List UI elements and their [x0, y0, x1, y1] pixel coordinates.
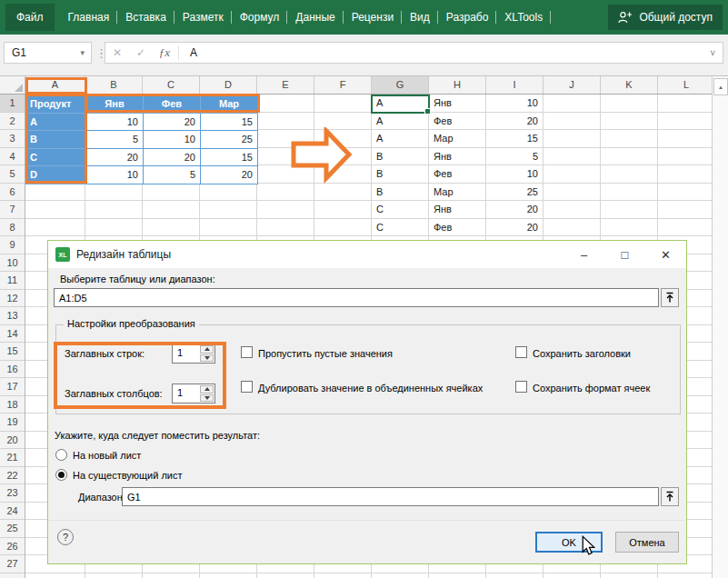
result-cell[interactable]: Фев — [429, 113, 486, 131]
checkbox-duplicate-merged[interactable] — [241, 381, 253, 393]
row-header-11[interactable]: 11 — [0, 272, 25, 290]
share-button[interactable]: Общий доступ — [608, 5, 723, 30]
row-header-19[interactable]: 19 — [0, 414, 25, 432]
column-header-B[interactable]: B — [85, 76, 143, 94]
result-cell[interactable]: Фев — [429, 219, 486, 237]
row-header-15[interactable]: 15 — [0, 343, 25, 361]
ribbon-tab-Разметк[interactable]: Разметк — [175, 0, 232, 35]
range-input[interactable]: A1:D5 — [54, 288, 659, 307]
ribbon-tab-Вставка[interactable]: Вставка — [117, 0, 175, 35]
checkbox-keep-headers[interactable] — [515, 346, 527, 358]
result-cell[interactable]: Фев — [429, 165, 486, 184]
minimize-button[interactable]: – — [563, 241, 604, 268]
row-header-6[interactable]: 6 — [0, 184, 25, 202]
column-header-F[interactable]: F — [314, 76, 372, 94]
checkbox-skip-empty[interactable] — [241, 346, 253, 358]
ribbon-tab-Вид[interactable]: Вид — [402, 0, 438, 35]
ribbon-tab-Рецензи[interactable]: Рецензи — [344, 0, 402, 35]
result-cell[interactable]: 20 — [486, 113, 544, 131]
column-header-H[interactable]: H — [429, 76, 486, 94]
formula-bar[interactable]: ✕ ✓ ƒx A ˅ — [105, 42, 723, 64]
ribbon-tab-Файл[interactable]: Файл — [5, 4, 55, 31]
help-button[interactable]: ? — [57, 529, 74, 545]
result-cell[interactable]: 10 — [486, 165, 544, 184]
dest-range-input[interactable]: G1 — [122, 487, 659, 506]
row-header-4[interactable]: 4 — [0, 148, 25, 166]
cancel-button[interactable]: Отмена — [615, 532, 679, 553]
row-header-21[interactable]: 21 — [0, 449, 25, 467]
source-cell[interactable]: 15 — [201, 114, 258, 132]
ribbon-tab-XLTools[interactable]: XLTools — [496, 0, 551, 35]
dialog-titlebar[interactable]: XL Редизайн таблицы – □ ✕ — [48, 241, 686, 268]
radio-existing-sheet[interactable] — [55, 469, 67, 481]
source-cell[interactable]: 20 — [201, 166, 258, 184]
ribbon-tab-Формул[interactable]: Формул — [232, 0, 288, 35]
result-cell[interactable]: 15 — [486, 130, 544, 148]
row-header-24[interactable]: 24 — [0, 503, 25, 521]
ribbon-tab-Данные[interactable]: Данные — [287, 0, 343, 35]
maximize-button[interactable]: □ — [604, 241, 645, 268]
range-picker-button[interactable] — [661, 288, 679, 307]
source-cell[interactable]: 20 — [144, 114, 201, 132]
row-header-28[interactable]: 28 — [0, 573, 25, 578]
enter-icon[interactable]: ✓ — [129, 46, 153, 59]
source-cell[interactable]: 25 — [201, 131, 258, 149]
row-header-7[interactable]: 7 — [0, 201, 25, 219]
source-cell[interactable]: 10 — [86, 114, 144, 132]
result-cell[interactable]: 20 — [486, 201, 544, 219]
row-header-14[interactable]: 14 — [0, 325, 25, 344]
row-header-20[interactable]: 20 — [0, 432, 25, 450]
row-header-12[interactable]: 12 — [0, 290, 25, 308]
column-header-K[interactable]: K — [601, 76, 658, 94]
row-header-1[interactable]: 1 — [0, 95, 25, 113]
result-cell[interactable]: C — [372, 219, 429, 237]
select-all-corner[interactable] — [0, 76, 25, 94]
row-header-8[interactable]: 8 — [0, 219, 25, 237]
source-cell[interactable]: 5 — [86, 131, 144, 149]
result-cell[interactable]: Янв — [429, 95, 486, 113]
scroll-up-button[interactable]: ▲ — [713, 78, 728, 95]
column-header-J[interactable]: J — [544, 76, 601, 94]
result-cell[interactable]: B — [372, 148, 429, 166]
row-header-27[interactable]: 27 — [0, 555, 25, 573]
row-header-13[interactable]: 13 — [0, 307, 25, 325]
source-cell[interactable]: 10 — [86, 166, 144, 184]
row-header-17[interactable]: 17 — [0, 378, 25, 396]
row-header-18[interactable]: 18 — [0, 396, 25, 414]
row-header-23[interactable]: 23 — [0, 484, 25, 503]
name-box[interactable]: G1 ▾ — [4, 42, 92, 64]
row-header-3[interactable]: 3 — [0, 130, 25, 148]
row-header-10[interactable]: 10 — [0, 254, 25, 273]
chevron-down-icon[interactable]: ▾ — [80, 48, 91, 57]
insert-function-icon[interactable]: ƒx — [153, 45, 176, 60]
result-cell[interactable]: C — [372, 201, 429, 219]
source-cell[interactable]: 5 — [144, 166, 201, 184]
column-header-G[interactable]: G — [372, 76, 429, 94]
dest-range-picker-button[interactable] — [661, 487, 679, 506]
column-header-E[interactable]: E — [257, 76, 314, 94]
source-cell[interactable]: 15 — [201, 149, 258, 167]
cancel-icon[interactable]: ✕ — [105, 46, 129, 59]
row-header-9[interactable]: 9 — [0, 236, 25, 254]
result-cell[interactable]: A — [372, 113, 429, 131]
row-header-16[interactable]: 16 — [0, 361, 25, 379]
result-cell[interactable]: B — [372, 184, 429, 202]
radio-new-sheet[interactable] — [55, 449, 67, 461]
ribbon-tab-Разрабо[interactable]: Разрабо — [438, 0, 497, 35]
row-header-5[interactable]: 5 — [0, 165, 25, 184]
result-cell[interactable]: 20 — [486, 219, 544, 237]
formula-content[interactable]: A — [181, 46, 710, 59]
result-cell[interactable]: 5 — [486, 148, 544, 166]
row-header-26[interactable]: 26 — [0, 538, 25, 556]
checkbox-keep-cell-format[interactable] — [515, 381, 527, 393]
vertical-scrollbar[interactable]: ▲ — [712, 76, 728, 578]
row-header-25[interactable]: 25 — [0, 520, 25, 538]
result-cell[interactable]: B — [372, 165, 429, 184]
source-cell[interactable]: 20 — [86, 149, 144, 167]
result-cell[interactable]: Мар — [429, 130, 486, 148]
column-header-D[interactable]: D — [200, 76, 257, 94]
column-header-I[interactable]: I — [486, 76, 544, 94]
source-cell[interactable]: 20 — [144, 149, 201, 167]
source-cell[interactable]: 10 — [144, 131, 201, 149]
column-header-C[interactable]: C — [143, 76, 200, 94]
